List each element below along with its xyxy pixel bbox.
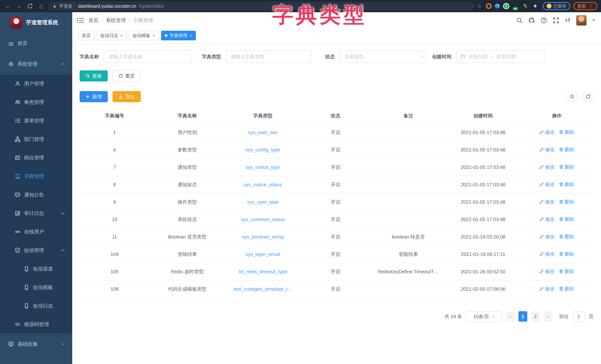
bookmark-star-icon[interactable]: ☆ bbox=[477, 3, 481, 9]
sidebar-item-sms-template[interactable]: 短信模板 bbox=[0, 278, 72, 297]
date-range-picker[interactable]: 开始日期 ~ 结束日期 bbox=[456, 50, 545, 63]
sidebar-item-users[interactable]: 用户管理 bbox=[0, 74, 72, 93]
dict-name-input[interactable] bbox=[104, 50, 192, 63]
sidebar-item-dict[interactable]: 字典管理 bbox=[0, 167, 72, 185]
edit-link[interactable]: 修改 bbox=[539, 164, 554, 170]
table-toolbar: 新增 导出 bbox=[80, 91, 594, 102]
dict-type-link[interactable]: sys_notice_type bbox=[246, 164, 280, 170]
delete-link[interactable]: 删除 bbox=[559, 233, 574, 240]
next-page-button[interactable]: › bbox=[544, 311, 552, 322]
dict-type-link[interactable]: sys_login_result bbox=[246, 252, 280, 257]
dict-type-link[interactable]: sys_config_type bbox=[246, 147, 280, 152]
export-button[interactable]: 导出 bbox=[113, 91, 141, 102]
edit-link[interactable]: 修改 bbox=[539, 286, 554, 292]
prev-page-button[interactable]: ‹ bbox=[506, 311, 515, 322]
browser-update-chip[interactable]: 更新 ⋮ bbox=[573, 2, 597, 10]
close-icon[interactable]: × bbox=[152, 33, 155, 38]
delete-link[interactable]: 删除 bbox=[559, 164, 574, 170]
status-select[interactable]: 字典状态 bbox=[340, 50, 427, 63]
sidebar-item-sms-channel[interactable]: 短信渠道 bbox=[0, 260, 72, 278]
help-icon[interactable] bbox=[541, 17, 547, 24]
delete-link[interactable]: 删除 bbox=[559, 199, 574, 205]
edit-link[interactable]: 修改 bbox=[539, 199, 554, 205]
edit-link[interactable]: 修改 bbox=[539, 146, 554, 153]
extension-orange-ring-icon[interactable] bbox=[486, 3, 491, 9]
delete-link[interactable]: 删除 bbox=[559, 286, 574, 292]
delete-link[interactable]: 删除 bbox=[559, 129, 574, 136]
github-icon[interactable] bbox=[528, 17, 535, 24]
sidebar-item-home[interactable]: 首页 bbox=[0, 33, 72, 54]
sidebar-item-posts[interactable]: 岗位管理 bbox=[0, 149, 72, 167]
browser-menu-icon[interactable]: ⋮ bbox=[589, 3, 593, 9]
close-icon[interactable]: × bbox=[190, 33, 192, 38]
extension-blue-drop-icon[interactable] bbox=[494, 3, 501, 10]
gear-icon bbox=[8, 61, 14, 67]
sidebar-item-roles[interactable]: 角色管理 bbox=[0, 93, 72, 111]
back-icon[interactable]: ← bbox=[4, 3, 12, 9]
delete-link[interactable]: 删除 bbox=[559, 216, 574, 222]
edit-link[interactable]: 修改 bbox=[539, 181, 554, 188]
edit-link[interactable]: 修改 bbox=[539, 216, 554, 222]
avatar-dropdown-caret-icon[interactable] bbox=[592, 20, 595, 21]
url-bar[interactable]: ▲ 不安全 dashboard.yudao.iocoder.cn/system/… bbox=[48, 2, 474, 10]
page-size-select[interactable]: 10条/页 bbox=[466, 311, 502, 322]
sidebar-item-sms[interactable]: 短信管理 bbox=[0, 241, 72, 260]
breadcrumb-home[interactable]: 首页 bbox=[89, 17, 99, 24]
sidebar-item-menus[interactable]: 菜单管理 bbox=[0, 111, 72, 130]
page-2-button[interactable]: 2 bbox=[531, 311, 540, 322]
delete-link[interactable]: 删除 bbox=[559, 146, 574, 153]
dict-type-link[interactable]: sys_oper_type bbox=[247, 199, 279, 205]
home-icon[interactable]: ⌂ bbox=[37, 3, 45, 10]
tab-home[interactable]: 首页 bbox=[78, 31, 94, 40]
app-logo[interactable]: 芋道管理系统 bbox=[0, 12, 72, 33]
sidebar-item-error-codes[interactable]: 错误码管理 bbox=[0, 315, 72, 334]
search-button[interactable]: 搜索 bbox=[80, 70, 108, 81]
tab-dict-active[interactable]: 字典管理× bbox=[161, 31, 196, 40]
goto-page-input[interactable] bbox=[572, 311, 585, 322]
link-icon bbox=[15, 229, 20, 235]
sidebar-item-notices[interactable]: 通知公告 bbox=[0, 185, 72, 204]
user-avatar[interactable] bbox=[576, 15, 587, 26]
dict-type-input[interactable] bbox=[226, 50, 311, 63]
dict-type-link[interactable]: inf_redis_timeout_type bbox=[239, 269, 287, 274]
font-size-icon[interactable]: ᴛT bbox=[565, 17, 571, 23]
col-operations: 操作 bbox=[520, 108, 594, 124]
dict-type-link[interactable]: sys_notice_status bbox=[244, 182, 282, 187]
sidebar-item-departments[interactable]: 部门管理 bbox=[0, 130, 72, 149]
tab-sms-log[interactable]: 短信日志× bbox=[97, 31, 127, 40]
search-icon[interactable] bbox=[516, 17, 523, 24]
extension-green-circle-icon[interactable]: Z bbox=[503, 3, 509, 9]
edit-link[interactable]: 修改 bbox=[539, 129, 554, 136]
refresh-table-button[interactable] bbox=[582, 91, 594, 102]
sidebar-item-sms-log[interactable]: 短信日志 bbox=[0, 297, 72, 315]
sidebar-item-infrastructure[interactable]: 基础设施 bbox=[0, 334, 72, 354]
refresh-icon[interactable] bbox=[26, 3, 34, 9]
dict-type-link[interactable]: sys_user_sex bbox=[248, 130, 278, 135]
delete-link[interactable]: 删除 bbox=[559, 181, 574, 188]
toggle-search-button[interactable] bbox=[567, 91, 578, 102]
sidebar-item-system[interactable]: 系统管理 bbox=[0, 54, 72, 74]
edit-link[interactable]: 修改 bbox=[539, 251, 554, 257]
dict-type-link[interactable]: tool_codegen_template_t… bbox=[233, 286, 292, 292]
extension-leaf-icon[interactable] bbox=[522, 3, 529, 9]
edit-link[interactable]: 修改 bbox=[539, 268, 554, 275]
delete-link[interactable]: 删除 bbox=[559, 251, 574, 257]
dict-type-link[interactable]: sys_boolean_string bbox=[242, 234, 284, 240]
reset-button[interactable]: 重置 bbox=[113, 70, 141, 81]
delete-link[interactable]: 删除 bbox=[559, 268, 574, 275]
dict-type-link[interactable]: sys_common_status bbox=[241, 217, 285, 222]
forward-icon[interactable]: → bbox=[15, 3, 23, 9]
extensions-puzzle-icon[interactable]: ✚ bbox=[532, 3, 538, 9]
collapse-menu-icon[interactable] bbox=[77, 17, 84, 23]
fullscreen-icon[interactable] bbox=[553, 17, 559, 24]
profile-paused-chip[interactable]: 已暂停 bbox=[543, 2, 570, 10]
tab-sms-template[interactable]: 短信模板× bbox=[129, 31, 159, 40]
close-icon[interactable]: × bbox=[120, 33, 123, 38]
breadcrumb-system[interactable]: 系统管理 bbox=[106, 17, 126, 24]
page-1-button[interactable]: 1 bbox=[518, 311, 527, 322]
sidebar-item-audit-log[interactable]: 审计日志 bbox=[0, 204, 72, 222]
sidebar-item-online-users[interactable]: 在线用户 bbox=[0, 222, 72, 241]
extension-list-icon[interactable]: ≡on bbox=[513, 3, 519, 9]
edit-link[interactable]: 修改 bbox=[539, 233, 554, 240]
add-button[interactable]: 新增 bbox=[80, 91, 108, 102]
